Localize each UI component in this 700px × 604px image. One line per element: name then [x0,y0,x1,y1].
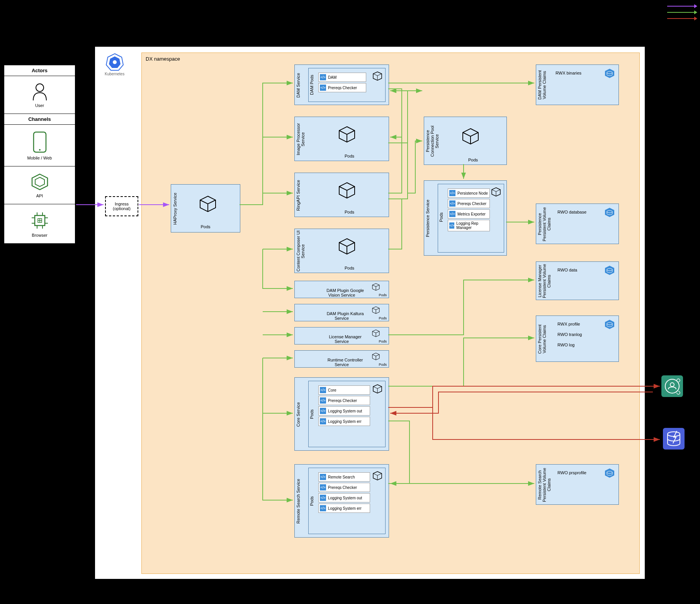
dam-kaltura-service: DAM Plugin Kaltura Service Pods [294,304,389,321]
persist-svc-label: Persistence Service [425,192,430,244]
actor-user: User [4,76,75,114]
persistence-service: Persistence Service Pods </>Persistence … [424,180,507,256]
ingress-box: Ingress (optional) [105,196,138,216]
img-svc-label: Image Processor Service [296,121,305,158]
pcp-label: Persistence Connection Pool Service [425,119,439,163]
svg-marker-30 [605,468,614,478]
dam-svc-label: DAM Service [296,69,301,102]
cube-icon [372,283,380,291]
database-icon [663,428,685,450]
svg-marker-28 [605,320,614,329]
rsearch-pods-box: Pods </>Remote Search </>Prereqs Checker… [308,468,386,534]
code-icon: </> [320,408,326,414]
cube-icon [337,237,357,256]
code-icon: </> [320,495,326,501]
legend-outbound-label: external traffic outbound [618,16,664,21]
svg-marker-24 [605,208,614,217]
user-registry: User Registry [661,375,684,402]
channel-api: API [4,166,75,204]
code-icon: </> [449,190,455,196]
persist-pvc: Persistence Persistent Volume Claims RWO… [536,204,619,244]
cube-icon [372,383,383,394]
code-icon: </> [320,474,326,480]
pod-cube-icon [198,194,217,214]
core-pods-box: Pods </>Core </>Prereqs Checker </>Loggi… [308,381,386,447]
persist-prereqs: </>Prereqs Checker [448,199,490,208]
svg-point-8 [113,60,117,64]
rsearch-logerr: </>Logging System err [318,504,370,513]
core-logerr: </>Logging System err [318,417,370,426]
legend-inbound-label: external traffic inbound [621,4,664,8]
user-icon [30,82,49,101]
channel-mobile: Mobile / Web [4,125,75,166]
license-manager-service: License Manager Service Pods [294,327,389,344]
code-icon: </> [449,222,454,229]
code-icon: </> [320,418,326,424]
remote-search-service: Remote Search Service Pods </>Remote Sea… [294,464,389,538]
svg-marker-4 [35,177,44,187]
dam-pods-box: DAM Pods </>DAM </>Prereqs Checker [308,68,386,102]
cube-icon [337,125,357,144]
api-icon [30,172,49,192]
dam-prereqs: </>Prereqs Checker [318,83,366,92]
dam-container: </>DAM [318,73,366,82]
dam-gvision-service: DAM Plugin Google Vision Service Pods [294,281,389,298]
user-label: User [4,103,75,108]
legend: external traffic inbound internal traffi… [618,4,694,22]
svg-point-0 [36,84,44,92]
haproxy-service: HAProxy Service Pods [171,184,240,232]
code-icon: </> [320,387,326,393]
core-database: Core Database [661,428,686,455]
license-pvc: License Manager Persistent Volume Claims… [536,261,619,300]
core-container: </>Core [318,385,370,395]
channels-header: Channels [4,114,75,125]
core-pvc: Core Persistent Volume Claims RWX profil… [536,316,619,362]
browser-icon [29,210,50,231]
image-processor-service: Image Processor Service Pods [294,117,389,161]
main-canvas: Kubernetes DX namespace HAProxy Service … [95,46,645,579]
svg-point-2 [39,149,41,151]
k8s-icon [105,53,124,71]
core-svc-label: Core Service [296,397,301,432]
browser-label: Browser [4,233,75,238]
svg-marker-3 [32,174,48,190]
actors-header: Actors [4,65,75,76]
storage-hex-icon [604,207,615,218]
code-icon: </> [449,211,455,217]
cube-icon [461,127,480,146]
persist-logrep: </>Logging Rep Manager [448,220,490,231]
legend-internal-label: internal traffic [639,10,664,15]
legend-outbound-line [667,18,694,19]
persist-metrics: </>Metrics Exporter [448,209,490,219]
legend-internal-line [667,12,694,13]
content-composer-service: Content Composer UI Service Pods [294,229,389,273]
cube-icon [372,470,383,481]
code-icon: </> [320,397,326,404]
rsearch-prereqs: </>Prereqs Checker [318,483,370,492]
storage-hex-icon [604,468,615,478]
mobile-label: Mobile / Web [4,156,75,160]
storage-hex-icon [604,319,615,330]
cc-svc-label: Content Composer UI Service [296,231,305,271]
svg-marker-22 [605,69,614,78]
code-icon: </> [320,484,326,490]
cube-icon [372,71,383,81]
legend-inbound-line [667,6,694,7]
kubernetes-logo: Kubernetes [105,53,124,76]
persist-pods-box: Pods </>Persistence Node </>Prereqs Chec… [438,184,504,253]
rsearch-logout: </>Logging System out [318,493,370,502]
cube-icon [491,187,501,197]
runtime-controller-service: Runtime Controller Service Pods [294,350,389,368]
ring-svc-label: RingAPI Service [296,177,301,214]
svg-rect-35 [663,428,685,450]
storage-hex-icon [604,68,615,79]
cube-icon [372,352,380,361]
core-prereqs: </>Prereqs Checker [318,396,370,405]
rsearch-pvc: Remote Search Persistent Volume Claims R… [536,464,619,505]
rsearch-container: </>Remote Search [318,472,370,482]
code-icon: </> [449,200,455,207]
persistence-pool-service: Persistence Connection Pool Service Pods [424,117,507,165]
cube-icon [372,329,380,338]
rsearch-svc-label: Remote Search Service [296,472,301,530]
cube-icon [372,306,380,314]
